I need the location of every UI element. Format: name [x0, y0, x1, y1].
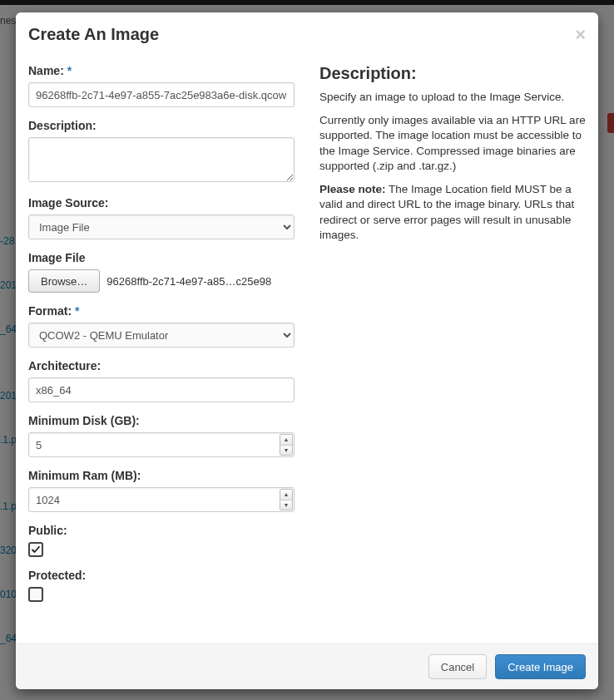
- field-architecture: Architecture:: [28, 359, 295, 402]
- close-icon: ×: [575, 24, 586, 45]
- browse-button[interactable]: Browse…: [28, 269, 100, 293]
- field-name: Name: *: [28, 64, 295, 107]
- spinner-up-icon[interactable]: ▲: [280, 435, 292, 446]
- architecture-label: Architecture:: [28, 359, 295, 372]
- field-min-disk: Minimum Disk (GB): ▲ ▼: [28, 414, 295, 457]
- help-column: Description: Specify an image to upload …: [307, 64, 598, 627]
- help-title: Description:: [319, 64, 586, 83]
- format-label: Format: *: [28, 304, 295, 318]
- min-ram-spinner[interactable]: ▲ ▼: [280, 489, 293, 510]
- spinner-down-icon[interactable]: ▼: [280, 446, 292, 456]
- help-strong: Please note:: [319, 183, 386, 195]
- image-source-select[interactable]: Image File: [28, 214, 295, 239]
- public-label: Public:: [28, 524, 295, 537]
- create-image-modal: Create An Image × Name: * Description: I…: [16, 12, 598, 689]
- close-button[interactable]: ×: [575, 26, 586, 44]
- help-paragraph: Currently only images available via an H…: [319, 113, 586, 174]
- format-select[interactable]: QCOW2 - QEMU Emulator: [28, 323, 295, 348]
- modal-title: Create An Image: [28, 25, 159, 44]
- description-label: Description:: [28, 119, 295, 132]
- name-input[interactable]: [28, 82, 295, 107]
- min-ram-label: Minimum Ram (MB):: [28, 469, 295, 482]
- field-image-file: Image File Browse… 96268ffb-2c71-4e97-a8…: [28, 251, 295, 293]
- field-format: Format: * QCOW2 - QEMU Emulator: [28, 304, 295, 348]
- field-public: Public:: [28, 524, 295, 557]
- field-min-ram: Minimum Ram (MB): ▲ ▼: [28, 469, 295, 512]
- field-image-source: Image Source: Image File: [28, 196, 295, 239]
- required-star: *: [75, 304, 79, 318]
- architecture-input[interactable]: [28, 377, 295, 402]
- public-checkbox[interactable]: [28, 542, 43, 557]
- min-disk-input[interactable]: [28, 432, 295, 457]
- modal-header: Create An Image ×: [16, 12, 598, 54]
- help-paragraph: Specify an image to upload to the Image …: [319, 90, 586, 105]
- image-file-label: Image File: [28, 251, 295, 264]
- field-description: Description:: [28, 119, 295, 185]
- min-disk-label: Minimum Disk (GB):: [28, 414, 295, 427]
- selected-filename: 96268ffb-2c71-4e97-a85…c25e98: [106, 275, 295, 288]
- spinner-down-icon[interactable]: ▼: [280, 500, 292, 510]
- field-protected: Protected:: [28, 569, 295, 602]
- check-icon: [31, 545, 41, 555]
- name-label: Name: *: [28, 64, 295, 77]
- min-disk-spinner[interactable]: ▲ ▼: [280, 434, 293, 456]
- modal-body: Name: * Description: Image Source: Image…: [16, 54, 598, 643]
- spinner-up-icon[interactable]: ▲: [280, 490, 292, 500]
- form-column: Name: * Description: Image Source: Image…: [16, 64, 307, 627]
- protected-checkbox[interactable]: [28, 587, 43, 602]
- min-ram-input[interactable]: [28, 487, 295, 512]
- help-paragraph: Please note: The Image Location field MU…: [319, 182, 586, 243]
- description-textarea[interactable]: [28, 137, 295, 182]
- cancel-button[interactable]: Cancel: [428, 654, 487, 679]
- image-source-label: Image Source:: [28, 196, 295, 210]
- protected-label: Protected:: [28, 569, 295, 582]
- required-star: *: [67, 64, 72, 77]
- modal-footer: Cancel Create Image: [16, 643, 598, 689]
- create-image-button[interactable]: Create Image: [495, 654, 586, 679]
